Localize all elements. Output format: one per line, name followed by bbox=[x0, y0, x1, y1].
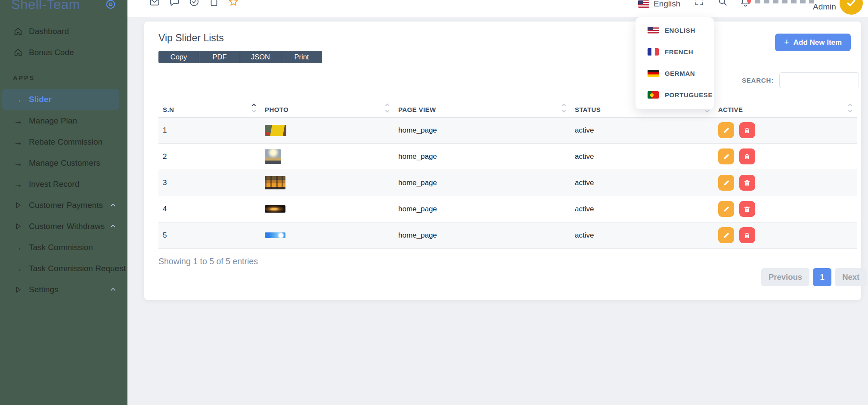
language-option-german[interactable]: GERMAN bbox=[636, 62, 714, 84]
slider-photo-thumbnail bbox=[265, 176, 285, 189]
edit-button[interactable] bbox=[718, 175, 734, 191]
column-header-sn[interactable]: S.N bbox=[158, 102, 260, 117]
language-option-label: ENGLISH bbox=[665, 27, 695, 34]
slider-table: S.N PHOTO PAGE VIEW STATUS bbox=[158, 102, 857, 249]
pdf-button[interactable]: PDF bbox=[199, 51, 240, 63]
sidebar-item-task-commission-request[interactable]: → Task Commission Request bbox=[0, 258, 127, 279]
cell-sn: 2 bbox=[158, 143, 260, 170]
export-button-group: Copy PDF JSON Print bbox=[158, 51, 322, 63]
column-header-page-view[interactable]: PAGE VIEW bbox=[394, 102, 570, 117]
sidebar-item-label: Customer Payments bbox=[29, 201, 103, 210]
star-icon[interactable] bbox=[228, 0, 239, 7]
cell-page-view: home_page bbox=[394, 196, 570, 222]
page-number-button[interactable]: 1 bbox=[813, 268, 831, 286]
sort-carets bbox=[252, 104, 255, 112]
slider-photo-thumbnail bbox=[265, 125, 286, 136]
sidebar-item-label: Dashboard bbox=[29, 27, 69, 36]
table-row: 5 home_page active bbox=[158, 222, 857, 248]
cell-sn: 5 bbox=[158, 222, 260, 248]
chevron-up-icon bbox=[110, 202, 116, 208]
chevron-up-icon bbox=[110, 286, 116, 293]
language-option-english[interactable]: ENGLISH bbox=[636, 19, 714, 41]
sidebar-item-invest-record[interactable]: → Invest Record bbox=[0, 173, 127, 195]
us-flag-icon bbox=[638, 0, 649, 8]
brand-title: Shell-Team bbox=[11, 0, 80, 12]
sidebar-item-customer-withdraws[interactable]: Customer Withdraws bbox=[0, 216, 127, 237]
sidebar-item-settings[interactable]: Settings bbox=[0, 279, 127, 300]
check-circle-icon[interactable] bbox=[189, 0, 200, 7]
sidebar-item-label: Slider bbox=[29, 95, 52, 104]
table-row: 4 home_page active bbox=[158, 196, 857, 222]
next-page-button[interactable]: Next bbox=[835, 268, 867, 286]
sidebar-item-dashboard[interactable]: Dashboard bbox=[0, 21, 127, 42]
table-row: 1 home_page active bbox=[158, 117, 857, 143]
delete-button[interactable] bbox=[739, 201, 755, 217]
add-new-item-button[interactable]: + Add New Item bbox=[775, 34, 851, 51]
sidebar-item-slider[interactable]: → Slider bbox=[2, 89, 119, 110]
sidebar-item-bonus-code[interactable]: Bonus Code bbox=[0, 42, 127, 63]
arrow-right-icon: → bbox=[13, 159, 23, 167]
edit-button[interactable] bbox=[718, 227, 734, 243]
cell-page-view: home_page bbox=[394, 117, 570, 143]
sidebar-item-rebate-commission[interactable]: → Rebate Commission bbox=[0, 131, 127, 152]
add-new-item-label: Add New Item bbox=[794, 38, 842, 47]
search-input[interactable] bbox=[779, 72, 859, 88]
us-flag-icon bbox=[648, 27, 659, 34]
arrow-right-icon: → bbox=[13, 264, 23, 273]
sidebar-item-manage-customers[interactable]: → Manage Customers bbox=[0, 152, 127, 173]
column-header-active[interactable]: ACTIVE bbox=[714, 102, 857, 117]
copy-button[interactable]: Copy bbox=[158, 51, 199, 63]
user-avatar[interactable] bbox=[840, 0, 863, 15]
json-button[interactable]: JSON bbox=[240, 51, 281, 63]
language-dropdown: ENGLISH FRENCH GERMAN PORTUGUESE bbox=[636, 17, 714, 109]
file-icon[interactable] bbox=[208, 0, 220, 7]
search-icon[interactable] bbox=[717, 0, 728, 7]
arrow-right-icon: → bbox=[13, 95, 23, 104]
language-option-french[interactable]: FRENCH bbox=[636, 41, 714, 62]
sidebar-item-task-commission[interactable]: → Task Commission bbox=[0, 237, 127, 258]
pagination: Previous 1 Next bbox=[761, 268, 867, 286]
edit-button[interactable] bbox=[718, 122, 734, 138]
language-current: English bbox=[654, 0, 680, 9]
content-card: Vip Slider Lists Copy PDF JSON Print + A… bbox=[144, 22, 861, 300]
column-header-photo[interactable]: PHOTO bbox=[260, 102, 394, 117]
previous-page-button[interactable]: Previous bbox=[761, 268, 809, 286]
slider-photo-thumbnail bbox=[265, 205, 285, 213]
cell-sn: 4 bbox=[158, 196, 260, 222]
sidebar-nav: Dashboard Bonus Code APPS → Slider → Man… bbox=[0, 17, 127, 300]
sidebar: Shell-Team Dashboard Bonus Code APPS → S… bbox=[0, 0, 127, 405]
arrow-right-icon: → bbox=[13, 138, 23, 146]
print-button[interactable]: Print bbox=[281, 51, 322, 63]
cell-page-view: home_page bbox=[394, 143, 570, 170]
delete-button[interactable] bbox=[739, 148, 755, 164]
mail-icon[interactable] bbox=[149, 0, 160, 7]
sidebar-item-label: Invest Record bbox=[29, 179, 79, 189]
arrow-right-icon: → bbox=[13, 117, 23, 125]
table-row: 3 home_page active bbox=[158, 170, 857, 196]
fullscreen-icon[interactable] bbox=[694, 0, 704, 6]
delete-button[interactable] bbox=[739, 175, 755, 191]
sidebar-toggle-icon[interactable] bbox=[105, 0, 116, 10]
delete-button[interactable] bbox=[739, 227, 755, 243]
brand-row: Shell-Team bbox=[0, 0, 127, 17]
page-title: Vip Slider Lists bbox=[158, 32, 224, 44]
delete-button[interactable] bbox=[739, 122, 755, 138]
sidebar-item-manage-plan[interactable]: → Manage Plan bbox=[0, 110, 127, 131]
user-name-clipped bbox=[755, 0, 814, 3]
language-option-label: GERMAN bbox=[665, 70, 695, 77]
language-selector[interactable]: English bbox=[638, 0, 680, 9]
cell-status: active bbox=[570, 196, 714, 222]
sidebar-item-label: Manage Customers bbox=[29, 158, 100, 168]
cell-page-view: home_page bbox=[394, 170, 570, 196]
edit-button[interactable] bbox=[718, 148, 734, 164]
sort-carets bbox=[562, 104, 565, 112]
edit-button[interactable] bbox=[718, 201, 734, 217]
chat-icon[interactable] bbox=[169, 0, 180, 7]
language-option-portuguese[interactable]: PORTUGUESE bbox=[636, 84, 714, 105]
sidebar-item-label: Bonus Code bbox=[29, 48, 74, 57]
sidebar-item-customer-payments[interactable]: Customer Payments bbox=[0, 195, 127, 216]
sidebar-item-label: Task Commission Request bbox=[29, 264, 126, 273]
germany-flag-icon bbox=[648, 70, 659, 77]
sort-carets bbox=[849, 104, 852, 112]
cell-status: active bbox=[570, 222, 714, 248]
